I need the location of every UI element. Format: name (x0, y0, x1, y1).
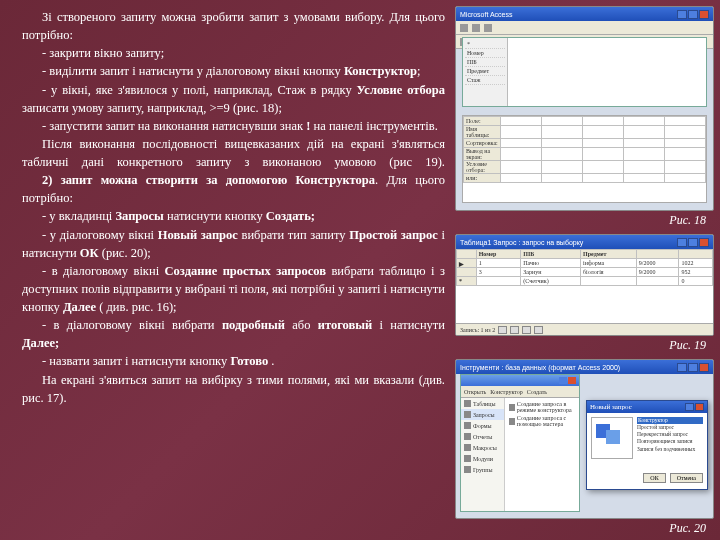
bullet-2: - виділити запит і натиснути у діалогово… (22, 62, 445, 80)
nav-last-icon (534, 326, 543, 334)
para-intro: Зі створеного запиту можна зробити запит… (22, 8, 445, 44)
bullet-6: - у діалоговому вікні Новый запрос вибра… (22, 226, 445, 262)
close-icon[interactable] (699, 10, 709, 19)
nav-queries: Запросы (461, 409, 504, 420)
max-icon[interactable] (688, 238, 698, 247)
min-icon[interactable] (677, 363, 687, 372)
min-icon[interactable] (677, 238, 687, 247)
figure-20: Інструменти : база данных (формат Access… (455, 359, 714, 538)
titlebar: Інструменти : база данных (формат Access… (456, 360, 713, 374)
screenshot-20: Інструменти : база данных (формат Access… (455, 359, 714, 519)
dialog-titlebar: Новый запрос (587, 401, 707, 413)
macro-icon (464, 444, 471, 451)
close-icon[interactable] (699, 363, 709, 372)
table-icon (464, 400, 471, 407)
figure-19: Таблица1 Запрос : запрос на выборку Номе… (455, 234, 714, 355)
objects-nav[interactable]: Таблицы Запросы Формы Отчеты Макросы Мод… (461, 398, 505, 511)
screenshot-18: Microsoft Access *НомерПІБПредметСтаж По… (455, 6, 714, 211)
min-icon[interactable] (677, 10, 687, 19)
cancel-button[interactable]: Отмена (670, 473, 703, 483)
caption-18: Рис. 18 (455, 211, 714, 230)
module-icon (464, 455, 471, 462)
caption-20: Рис. 20 (455, 519, 714, 538)
help-icon[interactable] (685, 403, 694, 411)
bullet-1: - закрити вікно запиту; (22, 44, 445, 62)
nav-macros: Макросы (461, 442, 504, 453)
wizard-icon (509, 418, 515, 425)
max-icon[interactable] (688, 363, 698, 372)
menubar (456, 21, 713, 35)
record-nav[interactable]: Запись: 1 из 2 (456, 323, 713, 335)
nav-tables: Таблицы (461, 398, 504, 409)
bullet-3: - у вікні, яке з'явилося у полі, наприкл… (22, 81, 445, 117)
new-query-dialog: Новый запрос Конструктор Простой запрос … (586, 400, 708, 490)
toolbar[interactable]: ОткрытьКонструкторСоздать (461, 386, 579, 398)
para-method2: 2) запит можна створити за допомогою Кон… (22, 171, 445, 207)
figures-column: Microsoft Access *НомерПІБПредметСтаж По… (455, 0, 720, 540)
screenshot-19: Таблица1 Запрос : запрос на выборку Номе… (455, 234, 714, 336)
query-child-window: *НомерПІБПредметСтаж (462, 37, 707, 107)
bullet-9: - назвати запит і натиснути кнопку Готов… (22, 352, 445, 370)
nav-next-icon (522, 326, 531, 334)
nav-groups: Группы (461, 464, 504, 475)
titlebar: Microsoft Access (456, 7, 713, 21)
query-type-list[interactable]: Конструктор Простой запрос Перекрестный … (637, 417, 703, 467)
para-result1: Після виконання послідовності вищевказан… (22, 135, 445, 171)
bullet-7: - в діалоговому вікні Создание простых з… (22, 262, 445, 316)
instruction-text: Зі створеного запиту можна зробити запит… (0, 0, 455, 540)
figure-18: Microsoft Access *НомерПІБПредметСтаж По… (455, 6, 714, 230)
nav-first-icon (498, 326, 507, 334)
bullet-4: - запустити запит на виконання натиснувш… (22, 117, 445, 135)
close-icon[interactable] (695, 403, 704, 411)
para-result2: На екрані з'явиться запит на вибірку з т… (22, 371, 445, 407)
design-grid[interactable]: Поле: Имя таблицы: Сортировка: Вывод на … (462, 115, 707, 203)
bullet-8: - в діалоговому вікні вибрати подробный … (22, 316, 445, 352)
wizard-icon (509, 404, 515, 411)
window-title: Таблица1 Запрос : запрос на выборку (460, 239, 583, 246)
field-list[interactable]: *НомерПІБПредметСтаж (463, 38, 508, 106)
query-icon (464, 411, 471, 418)
nav-reports: Отчеты (461, 431, 504, 442)
ok-button[interactable]: ОК (643, 473, 665, 483)
report-icon (464, 433, 471, 440)
database-window: ОткрытьКонструкторСоздать Таблицы Запрос… (460, 374, 580, 512)
form-icon (464, 422, 471, 429)
nav-prev-icon (510, 326, 519, 334)
object-list[interactable]: Создание запроса в режиме конструктора С… (505, 398, 579, 511)
group-icon (464, 466, 471, 473)
nav-forms: Формы (461, 420, 504, 431)
db-title: Інструменти : база данных (формат Access… (460, 364, 620, 371)
preview-icon (591, 417, 633, 459)
nav-modules: Модули (461, 453, 504, 464)
app-title: Microsoft Access (460, 11, 513, 18)
result-grid[interactable]: НомерПІБПредмет ▶1Пачноінформа9/20001022… (456, 249, 713, 323)
titlebar: Таблица1 Запрос : запрос на выборку (456, 235, 713, 249)
bullet-5: - у вкладинці Запросы натиснути кнопку С… (22, 207, 445, 225)
close-icon[interactable] (699, 238, 709, 247)
max-icon[interactable] (688, 10, 698, 19)
caption-19: Рис. 19 (455, 336, 714, 355)
